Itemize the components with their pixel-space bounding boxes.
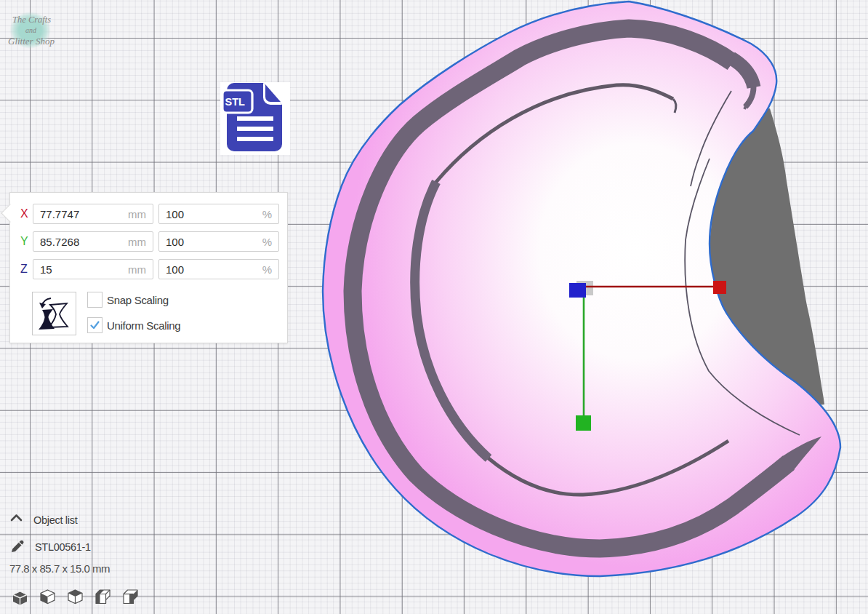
- svg-text:STL: STL: [225, 96, 246, 108]
